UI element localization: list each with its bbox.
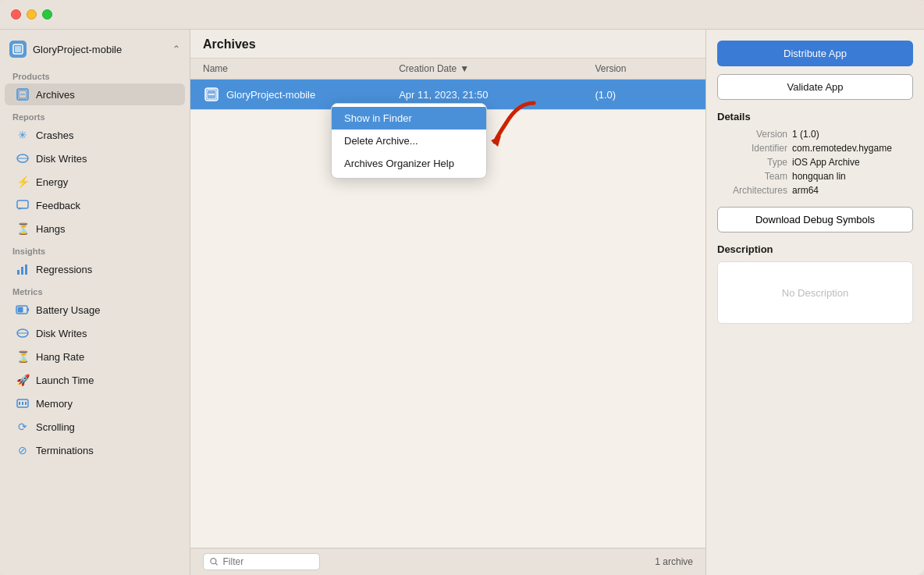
detail-row-team: Team hongquan lin	[717, 171, 913, 182]
chevron-icon: ⌃	[172, 44, 180, 55]
detail-value-architectures: arm64	[792, 185, 819, 196]
minimize-button[interactable]	[27, 9, 37, 20]
filter-wrapper[interactable]	[203, 553, 320, 570]
svg-rect-9	[21, 267, 23, 275]
detail-label-identifier: Identifier	[717, 143, 787, 154]
launch-icon: 🚀	[16, 373, 30, 387]
hangs-icon: ⏳	[16, 222, 30, 236]
terminations-icon: ⊘	[16, 443, 30, 457]
detail-row-identifier: Identifier com.remotedev.hygame	[717, 143, 913, 154]
svg-rect-12	[27, 308, 29, 311]
sidebar-item-hangs[interactable]: ⏳ Hangs	[5, 218, 185, 240]
project-icon	[9, 41, 27, 58]
hangs-label: Hangs	[36, 223, 66, 235]
download-debug-button[interactable]: Download Debug Symbols	[717, 207, 913, 232]
detail-value-version: 1 (1.0)	[792, 129, 819, 140]
regressions-label: Regressions	[36, 264, 92, 275]
sidebar-item-feedback[interactable]: Feedback	[5, 194, 185, 216]
sidebar-item-disk-writes[interactable]: Disk Writes	[5, 147, 185, 169]
details-section: Details Version 1 (1.0) Identifier com.r…	[717, 111, 913, 199]
hang-rate-label: Hang Rate	[36, 351, 84, 363]
feedback-label: Feedback	[36, 200, 80, 211]
description-box: No Description	[717, 261, 913, 324]
col-date-header: Creation Date ▼	[399, 63, 595, 74]
sidebar: GloryProject-mobile ⌃ Products Archives …	[0, 30, 190, 575]
terminations-label: Terminations	[36, 445, 94, 456]
detail-row-architectures: Architectures arm64	[717, 185, 913, 196]
content-header: Archives	[190, 30, 705, 59]
sidebar-item-hang-rate[interactable]: ⏳ Hang Rate	[5, 346, 185, 367]
svg-rect-8	[17, 270, 20, 275]
crash-icon: ✳	[16, 128, 30, 142]
detail-label-architectures: Architectures	[717, 185, 787, 196]
section-label-insights: Insights	[0, 240, 190, 257]
section-label-metrics: Metrics	[0, 281, 190, 298]
sidebar-item-battery-usage[interactable]: Battery Usage	[5, 299, 185, 321]
detail-row-type: Type iOS App Archive	[717, 157, 913, 168]
maximize-button[interactable]	[42, 9, 52, 20]
energy-label: Energy	[36, 176, 68, 188]
scrolling-label: Scrolling	[36, 421, 75, 433]
filter-input[interactable]	[223, 556, 314, 567]
context-menu-item-archives-help[interactable]: Archives Organizer Help	[332, 152, 486, 175]
close-button[interactable]	[11, 9, 21, 20]
sidebar-item-launch-time[interactable]: 🚀 Launch Time	[5, 369, 185, 391]
row-date: Apr 11, 2023, 21:50	[399, 89, 488, 101]
sidebar-item-disk-writes2[interactable]: Disk Writes	[5, 322, 185, 344]
battery-usage-label: Battery Usage	[36, 304, 100, 316]
table-footer: 1 archive	[190, 548, 705, 575]
hang-rate-icon: ⏳	[16, 350, 30, 364]
table-header: Name Creation Date ▼ Version	[190, 59, 705, 80]
section-label-reports: Reports	[0, 106, 190, 123]
sidebar-item-terminations[interactable]: ⊘ Terminations	[5, 439, 185, 461]
row-date-cell: Apr 11, 2023, 21:50	[399, 89, 595, 101]
traffic-lights	[11, 9, 52, 20]
archives-label: Archives	[36, 89, 75, 101]
memory-label: Memory	[36, 398, 73, 410]
svg-point-24	[211, 559, 216, 564]
disk2-icon	[16, 326, 30, 340]
row-name: GloryProject-mobile	[226, 89, 315, 101]
sidebar-item-regressions[interactable]: Regressions	[5, 258, 185, 280]
battery-icon	[16, 303, 30, 317]
context-menu-item-delete-archive[interactable]: Delete Archive...	[332, 130, 486, 152]
table-body: GloryProject-mobile Apr 11, 2023, 21:50 …	[190, 80, 705, 548]
svg-marker-23	[491, 136, 501, 147]
sort-icon: ▼	[460, 63, 469, 74]
svg-rect-1	[15, 46, 21, 52]
crashes-label: Crashes	[36, 130, 73, 141]
sidebar-item-energy[interactable]: ⚡ Energy	[5, 171, 185, 193]
svg-rect-10	[25, 264, 27, 275]
context-menu: Show in Finder Delete Archive... Archive…	[331, 103, 487, 179]
sidebar-item-archives[interactable]: Archives	[5, 83, 185, 105]
sidebar-item-crashes[interactable]: ✳ Crashes	[5, 124, 185, 146]
col-name-header: Name	[203, 63, 399, 74]
row-archive-icon	[203, 86, 220, 103]
svg-rect-19	[25, 402, 27, 405]
project-selector[interactable]: GloryProject-mobile ⌃	[0, 36, 190, 62]
detail-label-team: Team	[717, 171, 787, 182]
regressions-icon	[16, 262, 30, 276]
disk-writes-label: Disk Writes	[36, 153, 87, 165]
svg-rect-18	[22, 402, 23, 405]
context-menu-item-show-in-finder[interactable]: Show in Finder	[332, 107, 486, 130]
sidebar-item-memory[interactable]: Memory	[5, 392, 185, 414]
titlebar	[0, 0, 924, 30]
svg-line-25	[215, 563, 218, 566]
disk-writes2-label: Disk Writes	[36, 328, 87, 339]
energy-icon: ⚡	[16, 175, 30, 189]
description-title: Description	[717, 243, 913, 255]
col-version-header: Version	[595, 63, 693, 74]
filter-icon	[210, 557, 219, 566]
project-name: GloryProject-mobile	[33, 44, 166, 55]
description-placeholder: No Description	[782, 287, 848, 299]
archive-count: 1 archive	[655, 556, 693, 567]
disk-icon	[16, 151, 30, 165]
svg-rect-13	[18, 307, 23, 313]
detail-value-team: hongquan lin	[792, 171, 846, 182]
sidebar-item-scrolling[interactable]: ⟳ Scrolling	[5, 416, 185, 438]
detail-row-version: Version 1 (1.0)	[717, 129, 913, 140]
distribute-button[interactable]: Distribute App	[717, 41, 913, 66]
validate-button[interactable]: Validate App	[717, 74, 913, 100]
launch-time-label: Launch Time	[36, 374, 94, 386]
